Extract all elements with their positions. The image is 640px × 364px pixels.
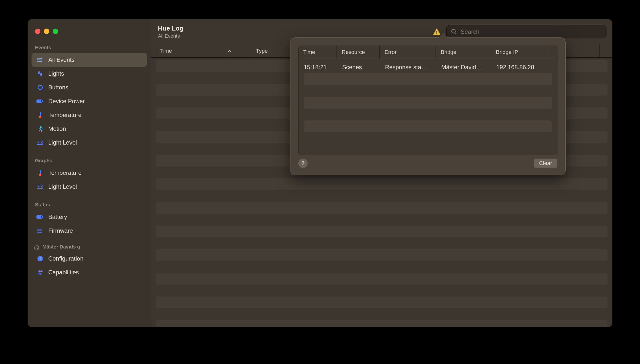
house-icon <box>34 244 40 250</box>
section-label-graphs: Graphs <box>28 150 151 166</box>
column-header-bridge-ip[interactable]: Bridge IP <box>491 46 546 58</box>
sidebar-item-graph-light-level[interactable]: Light Level <box>32 180 147 194</box>
sidebar-item-graph-temperature[interactable]: Temperature <box>32 166 147 180</box>
battery-icon <box>36 98 44 104</box>
search-input[interactable] <box>461 28 602 35</box>
section-header-bridge: Mäster Davids g <box>28 238 151 252</box>
sidebar-item-label: Lights <box>48 70 64 77</box>
warnings-table-header: Time Resource Error Bridge Bridge IP <box>298 46 558 59</box>
thermometer-icon <box>36 112 44 118</box>
table-row[interactable] <box>156 296 608 308</box>
svg-point-31 <box>38 229 38 230</box>
svg-point-14 <box>40 126 42 127</box>
sunrise-icon <box>36 140 44 146</box>
clear-button[interactable]: Clear <box>534 158 558 168</box>
sidebar-item-label: Capabilities <box>48 269 79 276</box>
info-icon <box>36 256 44 262</box>
app-window: Events All Events Lights Buttons Device … <box>28 19 612 327</box>
sunrise-icon <box>36 184 44 190</box>
column-header-time[interactable]: Time <box>298 46 337 58</box>
sidebar-item-label: Device Power <box>48 98 85 105</box>
help-button[interactable]: ? <box>298 158 308 168</box>
column-header-time[interactable]: Time <box>156 44 232 58</box>
title-block: Hue Log All Events <box>158 25 184 39</box>
svg-point-8 <box>38 85 42 90</box>
sidebar-item-label: Light Level <box>48 139 77 146</box>
footsteps-icon <box>36 70 44 77</box>
svg-line-23 <box>38 185 38 186</box>
sidebar-item-light-level[interactable]: Light Level <box>32 136 147 150</box>
search-field[interactable] <box>446 25 606 38</box>
circle-icon <box>36 84 44 91</box>
svg-point-33 <box>38 232 38 233</box>
svg-point-42 <box>436 33 437 34</box>
svg-line-18 <box>42 141 42 142</box>
svg-rect-41 <box>436 30 437 33</box>
table-row[interactable] <box>156 273 608 285</box>
svg-point-4 <box>38 60 38 60</box>
column-header-blank[interactable] <box>232 44 251 58</box>
sidebar-item-label: Motion <box>48 125 66 132</box>
window-zoom-button[interactable] <box>53 28 58 34</box>
sidebar-item-lights[interactable]: Lights <box>32 67 147 80</box>
svg-point-7 <box>40 73 42 76</box>
column-header-bridge[interactable]: Bridge <box>436 46 491 58</box>
main-content: Hue Log All Events Time Type <box>151 19 612 327</box>
sidebar-item-device-power[interactable]: Device Power <box>32 94 147 108</box>
sidebar-item-buttons[interactable]: Buttons <box>32 80 147 94</box>
sidebar-item-label: Temperature <box>48 170 82 176</box>
window-close-button[interactable] <box>35 28 40 34</box>
svg-line-39 <box>39 270 40 275</box>
svg-rect-27 <box>37 216 41 218</box>
search-icon <box>451 28 457 35</box>
column-header-label: Time <box>160 48 172 54</box>
svg-point-36 <box>40 257 40 258</box>
cell-bridge: Mäster David… <box>441 64 496 71</box>
section-header-label: Mäster Davids g <box>42 244 80 250</box>
sidebar-item-all-events[interactable]: All Events <box>32 53 147 67</box>
svg-point-3 <box>38 58 38 58</box>
sidebar-item-label: All Events <box>48 56 75 63</box>
svg-line-40 <box>41 270 42 275</box>
sidebar-item-motion[interactable]: Motion <box>32 122 147 136</box>
svg-line-24 <box>42 185 42 186</box>
table-row[interactable] <box>156 320 608 327</box>
svg-point-20 <box>39 174 42 176</box>
sidebar-item-capabilities[interactable]: Capabilities <box>32 266 147 279</box>
table-row[interactable] <box>156 202 608 214</box>
sidebar-item-battery[interactable]: Battery <box>32 210 147 224</box>
warnings-popover: Time Resource Error Bridge Bridge IP 15:… <box>290 38 566 175</box>
cell-time: 15:18:21 <box>304 64 342 71</box>
section-label-events: Events <box>28 41 151 53</box>
traffic-lights <box>28 23 151 41</box>
section-label-status: Status <box>28 194 151 210</box>
svg-point-5 <box>38 61 38 62</box>
column-header-label: Type <box>256 48 268 54</box>
popover-arrow <box>439 34 448 38</box>
table-row[interactable] <box>156 226 608 238</box>
table-row[interactable] <box>156 249 608 261</box>
motion-icon <box>36 125 44 132</box>
list-icon <box>36 228 44 234</box>
chevron-up-icon <box>227 48 232 54</box>
svg-rect-26 <box>42 216 43 218</box>
list-icon <box>36 57 44 63</box>
battery-icon <box>36 214 44 220</box>
cell-error: Response sta… <box>385 64 441 71</box>
sidebar-item-label: Buttons <box>48 84 68 91</box>
warnings-table-body: 15:18:21 Scenes Response sta… Mäster Dav… <box>298 59 558 155</box>
window-minimize-button[interactable] <box>44 28 49 34</box>
sidebar-item-label: Battery <box>48 214 67 220</box>
table-row[interactable]: 15:18:21 Scenes Response sta… Mäster Dav… <box>304 61 552 73</box>
sidebar-item-temperature[interactable]: Temperature <box>32 108 147 122</box>
cell-resource: Scenes <box>342 64 385 71</box>
sidebar-item-firmware[interactable]: Firmware <box>32 224 147 238</box>
sidebar-item-configuration[interactable]: Configuration <box>32 252 147 266</box>
table-row <box>304 97 552 108</box>
thermometer-icon <box>36 170 44 176</box>
table-row <box>304 120 552 132</box>
window-title: Hue Log <box>158 25 184 32</box>
table-row[interactable] <box>156 178 608 190</box>
column-header-resource[interactable]: Resource <box>337 46 380 58</box>
column-header-error[interactable]: Error <box>380 46 436 58</box>
